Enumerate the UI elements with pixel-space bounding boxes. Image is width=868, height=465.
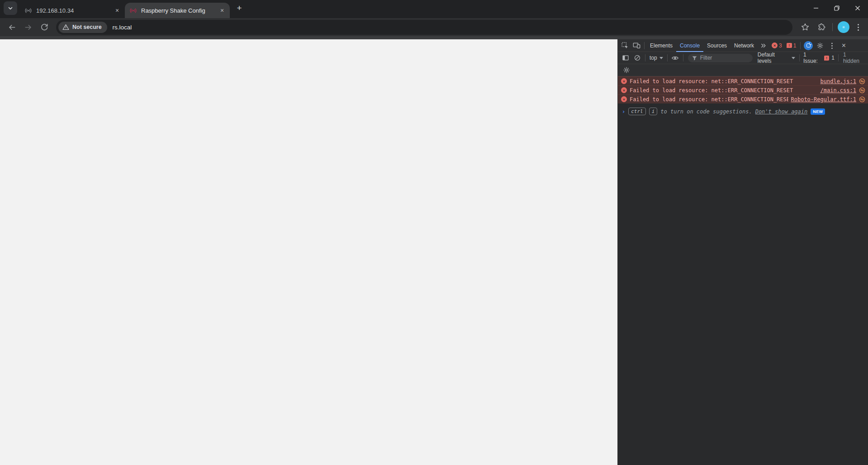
error-circle-icon: × <box>621 78 627 84</box>
toolbar-divider <box>832 23 833 31</box>
forward-icon <box>24 23 33 32</box>
bookmark-star-button[interactable] <box>798 20 812 34</box>
browser-menu-button[interactable] <box>852 21 864 33</box>
network-request-icon[interactable] <box>859 78 865 85</box>
devtools-divider <box>667 54 668 61</box>
javascript-context-dropdown[interactable]: top <box>647 55 665 61</box>
forward-button[interactable] <box>21 20 35 34</box>
console-error-row: × Failed to load resource: net::ERR_CONN… <box>618 94 868 103</box>
issues-label: 1 Issue: <box>803 52 822 64</box>
tab-console[interactable]: Console <box>676 39 703 52</box>
tab-title: 192.168.10.34 <box>36 7 109 14</box>
live-expression-button[interactable] <box>669 52 681 64</box>
url-text[interactable]: rs.local <box>113 24 132 31</box>
reload-button[interactable] <box>37 20 52 34</box>
issues-badge[interactable]: ! 1 <box>787 42 797 49</box>
network-request-icon[interactable] <box>859 87 865 94</box>
device-toolbar-icon <box>633 42 640 49</box>
console-error-row: × Failed to load resource: net::ERR_CONN… <box>618 76 868 85</box>
new-tab-button[interactable]: + <box>232 1 246 15</box>
clear-console-button[interactable] <box>631 52 643 64</box>
console-sidebar-toggle[interactable] <box>620 52 631 64</box>
console-prompt[interactable]: › ctrl i to turn on code suggestions. Do… <box>618 103 868 115</box>
shake-favicon-red-icon <box>129 7 137 14</box>
more-tabs-button[interactable] <box>758 40 769 52</box>
extensions-button[interactable] <box>815 20 828 34</box>
tab-elements[interactable]: Elements <box>646 39 676 52</box>
tab-search-button[interactable] <box>4 1 17 15</box>
devtools-close-button[interactable]: × <box>838 40 849 52</box>
log-levels-dropdown[interactable]: Default levels <box>755 52 797 64</box>
error-circle-icon: × <box>621 87 627 93</box>
devtools-divider <box>644 42 645 49</box>
security-chip[interactable]: Not secure <box>58 22 107 33</box>
tab-192-168-10-34[interactable]: 192.168.10.34 × <box>20 3 125 18</box>
puzzle-icon <box>817 23 825 31</box>
tab-label: Network <box>734 42 754 49</box>
gear-icon <box>816 42 824 49</box>
console-toolbar: top Default levels 1 I <box>618 52 868 64</box>
page-viewport[interactable] <box>0 39 617 465</box>
key-ctrl: ctrl <box>628 108 646 115</box>
error-message: Failed to load resource: net::ERR_CONNEC… <box>630 78 818 85</box>
content-row: Elements Console Sources Network × 3 ! 1 <box>0 39 868 465</box>
devtools-settings-button[interactable] <box>814 40 826 52</box>
clear-console-icon <box>634 54 641 61</box>
error-source-link[interactable]: /main.css:1 <box>821 87 856 94</box>
devtools-panel: Elements Console Sources Network × 3 ! 1 <box>617 39 868 465</box>
tab-network[interactable]: Network <box>730 39 758 52</box>
console-error-row: × Failed to load resource: net::ERR_CONN… <box>618 85 868 94</box>
error-source-link[interactable]: bundle.js:1 <box>821 78 856 85</box>
devtools-tabbar: Elements Console Sources Network × 3 ! 1 <box>618 39 868 52</box>
minimize-button[interactable] <box>806 0 826 16</box>
tab-title: Raspberry Shake Config <box>141 7 214 14</box>
console-settings-button[interactable] <box>621 64 632 76</box>
error-message: Failed to load resource: net::ERR_CONNEC… <box>630 87 818 94</box>
close-window-button[interactable] <box>847 0 868 16</box>
tab-strip: 192.168.10.34 × Raspberry Shake Config ×… <box>0 0 868 18</box>
error-message: Failed to load resource: net::ERR_CONNEC… <box>630 96 788 103</box>
issues-count: 1 <box>831 55 835 61</box>
tab-close-icon[interactable]: × <box>113 6 121 14</box>
back-icon <box>8 23 16 32</box>
address-bar[interactable]: Not secure rs.local <box>56 20 792 35</box>
console-filter[interactable] <box>688 54 753 62</box>
security-label: Not secure <box>72 24 102 30</box>
network-request-icon[interactable] <box>859 96 865 103</box>
restore-button[interactable] <box>826 0 847 16</box>
reload-icon <box>40 23 48 31</box>
devtools-divider <box>838 54 839 61</box>
browser-window: 192.168.10.34 × Raspberry Shake Config ×… <box>0 0 868 465</box>
restore-icon <box>834 5 840 11</box>
window-controls <box>806 0 868 16</box>
kebab-icon <box>827 40 837 51</box>
console-error-badge[interactable]: × 3 <box>772 42 782 49</box>
profile-avatar[interactable]: ≡ <box>838 21 849 33</box>
blue-companion-icon <box>804 41 813 50</box>
tab-close-icon[interactable]: × <box>218 6 226 14</box>
error-source-link[interactable]: Roboto-Regular.ttf:1 <box>791 96 857 103</box>
inspect-element-button[interactable] <box>619 40 631 52</box>
inspect-cursor-icon <box>621 42 629 49</box>
error-circle-icon: × <box>772 42 778 48</box>
device-toolbar-button[interactable] <box>631 40 642 52</box>
filter-input[interactable] <box>700 55 749 61</box>
sidebar-panel-icon <box>622 54 629 61</box>
new-badge: NEW <box>811 108 825 115</box>
console-settings-row <box>618 64 868 76</box>
tab-raspberry-shake-config[interactable]: Raspberry Shake Config × <box>125 3 230 18</box>
tab-label: Sources <box>707 42 727 49</box>
suggestion-hint: to turn on code suggestions. <box>660 108 752 115</box>
devtools-menu-button[interactable] <box>826 40 838 52</box>
devtools-companion-button[interactable] <box>802 40 814 52</box>
avatar-glyph: ≡ <box>842 25 844 29</box>
dont-show-again-link[interactable]: Don't show again <box>755 108 808 115</box>
tab-sources[interactable]: Sources <box>703 39 730 52</box>
issue-count: 1 <box>793 42 797 49</box>
devtools-divider <box>683 54 683 61</box>
devtools-divider <box>645 54 645 61</box>
issues-counter[interactable]: 1 Issue: ! 1 <box>802 52 836 64</box>
caret-down-icon <box>792 57 795 59</box>
back-button[interactable] <box>5 20 19 34</box>
error-count: 3 <box>779 42 782 49</box>
